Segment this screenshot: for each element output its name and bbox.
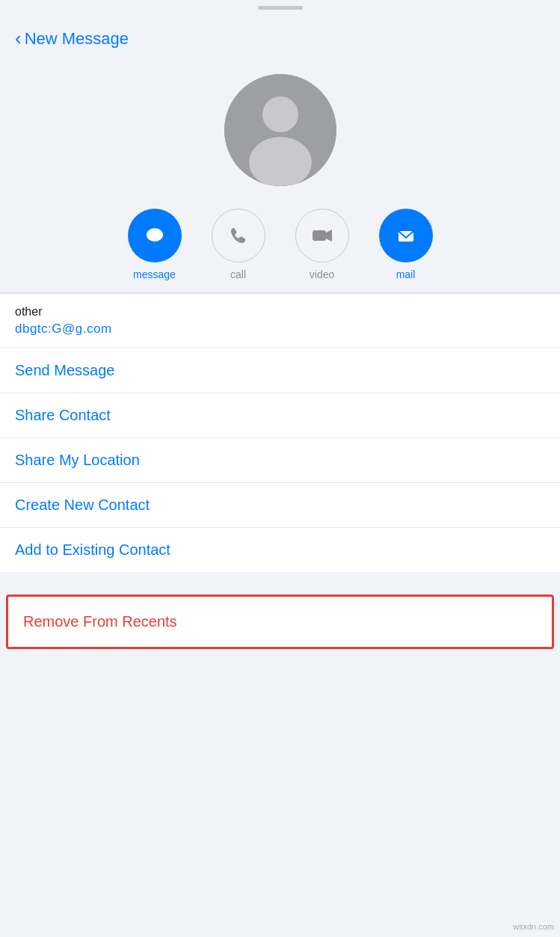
remove-from-recents-button[interactable]: Remove From Recents	[8, 597, 552, 647]
share-contact-item[interactable]: Share Contact	[0, 393, 560, 438]
call-label: call	[230, 268, 246, 280]
send-message-item[interactable]: Send Message	[0, 348, 560, 393]
video-icon	[310, 223, 335, 248]
video-label: video	[310, 268, 334, 280]
section-divider	[0, 292, 560, 293]
back-label: New Message	[25, 29, 129, 49]
contact-email: d​b​g​t​c​:​G​@​g​.​c​o​m	[15, 322, 545, 337]
add-existing-contact-item[interactable]: Add to Existing Contact	[0, 528, 560, 572]
nav-bar: ‹ New Message	[0, 15, 560, 59]
avatar-section	[0, 59, 560, 194]
svg-point-2	[249, 137, 312, 186]
action-call-button[interactable]: call	[212, 209, 265, 280]
mail-icon	[393, 222, 419, 249]
svg-rect-6	[313, 230, 326, 241]
mail-button-circle	[379, 209, 433, 262]
status-bar	[0, 0, 560, 15]
avatar	[224, 74, 336, 186]
video-button-circle	[295, 209, 349, 262]
message-button-circle	[128, 209, 182, 262]
back-chevron-icon: ‹	[15, 27, 22, 50]
bottom-spacer	[0, 649, 560, 664]
svg-point-1	[262, 96, 298, 132]
message-label: message	[133, 268, 176, 280]
svg-marker-7	[326, 230, 332, 242]
call-icon	[227, 224, 250, 248]
watermark: wsxdn.com	[513, 922, 554, 931]
call-button-circle	[212, 209, 265, 262]
create-contact-item[interactable]: Create New Contact	[0, 483, 560, 528]
contact-info-section: other d​b​g​t​c​:​G​@​g​.​c​o​m	[0, 295, 560, 347]
mail-label: mail	[396, 268, 416, 280]
action-message-button[interactable]: message	[128, 209, 182, 280]
avatar-silhouette-icon	[224, 74, 336, 186]
action-buttons-row: message call video mail	[0, 194, 560, 292]
menu-list: Send Message Share Contact Share My Loca…	[0, 348, 560, 572]
remove-recents-section: Remove From Recents	[6, 595, 554, 649]
svg-point-4	[147, 228, 163, 242]
contact-type-label: other	[15, 305, 545, 319]
share-location-item[interactable]: Share My Location	[0, 438, 560, 483]
action-mail-button[interactable]: mail	[379, 209, 433, 280]
message-icon	[141, 222, 168, 249]
back-button[interactable]: ‹ New Message	[15, 27, 129, 50]
action-video-button[interactable]: video	[295, 209, 349, 280]
status-bar-handle	[258, 6, 303, 10]
